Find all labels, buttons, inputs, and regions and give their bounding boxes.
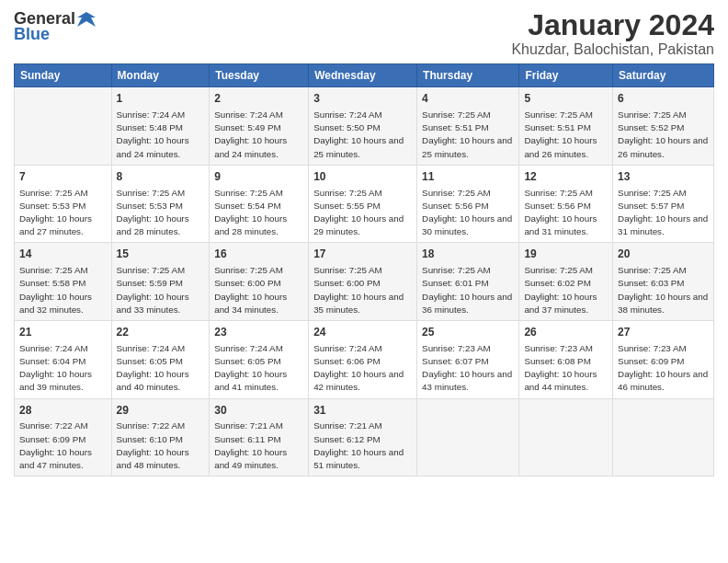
calendar-cell: 6 Sunrise: 7:25 AM Sunset: 5:52 PM Dayli… (613, 87, 714, 166)
cell-sunset: Sunset: 6:00 PM (313, 278, 380, 288)
day-number: 21 (19, 325, 107, 340)
cell-daylight: Daylight: 10 hours and 28 minutes. (117, 213, 189, 236)
cell-sunrise: Sunrise: 7:24 AM (313, 343, 382, 353)
calendar-week-row: 14 Sunrise: 7:25 AM Sunset: 5:58 PM Dayl… (15, 243, 714, 321)
cell-sunrise: Sunrise: 7:25 AM (19, 188, 88, 198)
calendar-cell: 8 Sunrise: 7:25 AM Sunset: 5:53 PM Dayli… (111, 165, 210, 243)
calendar-cell (613, 398, 714, 477)
day-number: 9 (214, 169, 303, 185)
day-number: 8 (117, 169, 205, 185)
cell-daylight: Daylight: 10 hours and 31 minutes. (524, 213, 597, 236)
cell-sunset: Sunset: 6:01 PM (422, 278, 488, 288)
day-number: 6 (618, 91, 709, 107)
day-number: 4 (422, 91, 514, 107)
cell-sunset: Sunset: 5:51 PM (524, 122, 590, 132)
calendar-cell: 4 Sunrise: 7:25 AM Sunset: 5:51 PM Dayli… (417, 87, 519, 166)
cell-sunrise: Sunrise: 7:24 AM (117, 109, 186, 120)
calendar-cell: 13 Sunrise: 7:25 AM Sunset: 5:57 PM Dayl… (613, 165, 714, 243)
cell-sunrise: Sunrise: 7:25 AM (214, 188, 283, 198)
cell-sunset: Sunset: 5:49 PM (214, 122, 280, 132)
cell-sunset: Sunset: 5:51 PM (422, 122, 488, 132)
header-sunday: Sunday (15, 64, 112, 87)
cell-daylight: Daylight: 10 hours and 24 minutes. (117, 135, 189, 158)
cell-sunset: Sunset: 5:55 PM (313, 201, 380, 211)
cell-daylight: Daylight: 10 hours and 24 minutes. (214, 135, 287, 158)
cell-daylight: Daylight: 10 hours and 26 minutes. (618, 135, 708, 158)
cell-sunrise: Sunrise: 7:24 AM (19, 343, 88, 353)
calendar-cell: 15 Sunrise: 7:25 AM Sunset: 5:59 PM Dayl… (111, 243, 210, 321)
cell-sunrise: Sunrise: 7:21 AM (214, 420, 283, 431)
cell-sunrise: Sunrise: 7:25 AM (618, 188, 687, 198)
calendar-cell: 14 Sunrise: 7:25 AM Sunset: 5:58 PM Dayl… (15, 243, 112, 321)
calendar-cell: 25 Sunrise: 7:23 AM Sunset: 6:07 PM Dayl… (417, 321, 519, 399)
cell-sunset: Sunset: 6:12 PM (313, 434, 380, 444)
day-number: 7 (19, 169, 107, 185)
day-number: 20 (618, 247, 709, 262)
day-number: 23 (214, 325, 303, 340)
cell-sunset: Sunset: 6:06 PM (313, 356, 380, 366)
cell-daylight: Daylight: 10 hours and 47 minutes. (19, 447, 92, 470)
cell-sunrise: Sunrise: 7:23 AM (422, 343, 491, 353)
calendar-cell: 24 Sunrise: 7:24 AM Sunset: 6:06 PM Dayl… (309, 321, 417, 399)
calendar-cell: 18 Sunrise: 7:25 AM Sunset: 6:01 PM Dayl… (417, 243, 519, 321)
cell-sunrise: Sunrise: 7:24 AM (214, 343, 283, 353)
calendar-cell (519, 398, 613, 477)
calendar-table: Sunday Monday Tuesday Wednesday Thursday… (14, 63, 714, 477)
header-thursday: Thursday (417, 64, 519, 87)
calendar-cell: 12 Sunrise: 7:25 AM Sunset: 5:56 PM Dayl… (519, 165, 613, 243)
day-number: 30 (214, 403, 303, 419)
day-number: 2 (214, 91, 303, 107)
calendar-week-row: 7 Sunrise: 7:25 AM Sunset: 5:53 PM Dayli… (15, 165, 714, 243)
calendar-cell: 20 Sunrise: 7:25 AM Sunset: 6:03 PM Dayl… (613, 243, 714, 321)
logo-bird-icon (77, 10, 96, 29)
cell-daylight: Daylight: 10 hours and 34 minutes. (214, 292, 287, 315)
cell-sunset: Sunset: 6:10 PM (117, 434, 183, 444)
calendar-cell: 5 Sunrise: 7:25 AM Sunset: 5:51 PM Dayli… (519, 87, 613, 166)
calendar-title: January 2024 (511, 9, 714, 41)
day-number: 16 (214, 247, 303, 262)
day-number: 5 (524, 91, 608, 107)
cell-daylight: Daylight: 10 hours and 36 minutes. (422, 292, 512, 315)
cell-sunrise: Sunrise: 7:24 AM (117, 343, 186, 353)
logo: General Blue (14, 9, 96, 44)
cell-sunset: Sunset: 6:07 PM (422, 356, 488, 366)
day-number: 24 (313, 325, 412, 340)
cell-daylight: Daylight: 10 hours and 25 minutes. (313, 135, 404, 158)
cell-sunset: Sunset: 6:00 PM (214, 278, 280, 288)
day-number: 22 (117, 325, 205, 340)
cell-daylight: Daylight: 10 hours and 25 minutes. (422, 135, 512, 158)
calendar-cell: 22 Sunrise: 7:24 AM Sunset: 6:05 PM Dayl… (111, 321, 210, 399)
cell-sunrise: Sunrise: 7:25 AM (422, 188, 491, 198)
cell-sunrise: Sunrise: 7:25 AM (422, 265, 491, 275)
cell-daylight: Daylight: 10 hours and 49 minutes. (214, 447, 287, 470)
cell-sunrise: Sunrise: 7:25 AM (524, 265, 593, 275)
calendar-cell: 27 Sunrise: 7:23 AM Sunset: 6:09 PM Dayl… (613, 321, 714, 399)
day-number: 11 (422, 169, 514, 185)
cell-daylight: Daylight: 10 hours and 40 minutes. (117, 369, 189, 392)
day-number: 28 (19, 403, 107, 419)
day-number: 17 (313, 247, 412, 262)
cell-daylight: Daylight: 10 hours and 30 minutes. (422, 213, 512, 236)
day-number: 10 (313, 169, 412, 185)
calendar-cell: 26 Sunrise: 7:23 AM Sunset: 6:08 PM Dayl… (519, 321, 613, 399)
calendar-cell (15, 87, 112, 166)
cell-sunrise: Sunrise: 7:25 AM (19, 265, 88, 275)
calendar-cell: 9 Sunrise: 7:25 AM Sunset: 5:54 PM Dayli… (210, 165, 309, 243)
day-number: 26 (524, 325, 608, 340)
cell-sunrise: Sunrise: 7:25 AM (524, 109, 593, 120)
page: General Blue January 2024 Khuzdar, Baloc… (0, 0, 728, 563)
calendar-cell: 23 Sunrise: 7:24 AM Sunset: 6:05 PM Dayl… (210, 321, 309, 399)
logo-blue: Blue (14, 25, 50, 44)
calendar-cell: 30 Sunrise: 7:21 AM Sunset: 6:11 PM Dayl… (210, 398, 309, 477)
calendar-cell: 19 Sunrise: 7:25 AM Sunset: 6:02 PM Dayl… (519, 243, 613, 321)
day-number: 18 (422, 247, 514, 262)
cell-sunrise: Sunrise: 7:21 AM (313, 420, 382, 431)
cell-sunset: Sunset: 6:05 PM (117, 356, 183, 366)
day-number: 12 (524, 169, 608, 185)
calendar-week-row: 1 Sunrise: 7:24 AM Sunset: 5:48 PM Dayli… (15, 87, 714, 166)
cell-sunrise: Sunrise: 7:22 AM (19, 420, 88, 431)
cell-sunrise: Sunrise: 7:25 AM (618, 109, 687, 120)
calendar-subtitle: Khuzdar, Balochistan, Pakistan (511, 41, 714, 58)
cell-sunset: Sunset: 6:08 PM (524, 356, 590, 366)
calendar-week-row: 28 Sunrise: 7:22 AM Sunset: 6:09 PM Dayl… (15, 398, 714, 477)
